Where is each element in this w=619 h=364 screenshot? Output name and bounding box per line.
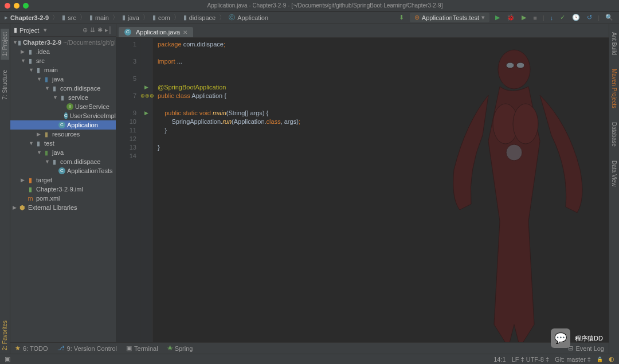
nav-bar: ▸ Chapter3-2-9 〉▮src 〉▮main 〉▮java 〉▮com… — [0, 11, 619, 24]
tree-item[interactable]: CUserServiceImpl — [10, 111, 116, 120]
cursor-pos[interactable]: 14:1 — [493, 356, 506, 363]
left-tool-strip: 1: Project 7: Structure 2: Favorites — [0, 24, 10, 354]
editor-tabs: C Application.java ✕ — [116, 24, 609, 38]
vcs-revert-icon[interactable]: ↺ — [586, 13, 593, 22]
tree-item[interactable]: ▼▮java — [10, 148, 116, 157]
tree-item[interactable]: ▶⬢External Libraries — [10, 203, 116, 212]
window-controls — [5, 3, 29, 9]
lock-icon[interactable]: 🔒 — [597, 357, 603, 362]
status-bar: ▣ 14:1 LF ‡ UTF-8 ‡ Git: master ‡ 🔒 ◐ — [0, 354, 619, 364]
tree-item[interactable]: ▶▮resources — [10, 130, 116, 139]
tool-tab-spring[interactable]: ❀Spring — [167, 345, 193, 352]
crumb-root[interactable]: Chapter3-2-9 — [10, 14, 49, 21]
maximize-icon[interactable] — [23, 3, 29, 9]
minimize-icon[interactable] — [14, 3, 19, 9]
tool-tab-dataview[interactable]: Data View — [610, 157, 618, 190]
code-content[interactable]: package package com.didispace;com.didisp… — [153, 38, 609, 354]
close-icon[interactable] — [5, 3, 10, 9]
tree-item[interactable]: ▼▮java — [10, 75, 116, 84]
run-icon[interactable]: ▶ — [494, 13, 501, 22]
git-branch[interactable]: Git: master ‡ — [555, 356, 591, 363]
right-tool-strip: Ant Build Maven Projects Database Data V… — [609, 24, 619, 354]
tool-tab-database[interactable]: Database — [610, 119, 618, 150]
tree-item[interactable]: mpom.xml — [10, 194, 116, 203]
editor-area: C Application.java ✕ 135791011121314 ▶⊚⊚… — [116, 24, 609, 354]
debug-icon[interactable]: 🐞 — [506, 13, 516, 22]
run-config-select[interactable]: ⊚ ApplicationTests.test ▾ — [410, 13, 489, 22]
vcs-update-icon[interactable]: ↓ — [549, 13, 555, 22]
tree-item-application[interactable]: CApplication — [10, 120, 116, 130]
search-icon[interactable]: 🔍 — [604, 13, 614, 22]
tree-item[interactable]: CApplicationTests — [10, 166, 116, 175]
coverage-icon[interactable]: ▶ — [520, 13, 527, 22]
tree-item[interactable]: ▶▮target — [10, 175, 116, 185]
hide-icon[interactable]: ▸│ — [105, 26, 112, 34]
project-panel: ▮Project▾ ⊕ ⇊ ✱ ▸│ ▼▮Chapter3-2-9 ~/Docu… — [10, 24, 116, 354]
tree-item[interactable]: IUserService — [10, 102, 116, 111]
status-msg: ▣ — [5, 355, 10, 363]
build-icon[interactable]: ⬇ — [398, 13, 405, 22]
tree-item[interactable]: ▼▮test — [10, 139, 116, 148]
window-title: Application.java - Chapter3-2-9 - [~/Doc… — [36, 2, 614, 9]
breadcrumb[interactable]: ▸ Chapter3-2-9 〉▮src 〉▮main 〉▮java 〉▮com… — [5, 13, 268, 22]
tool-tab-project[interactable]: 1: Project — [1, 29, 9, 60]
stop-icon[interactable]: ■ — [532, 13, 538, 22]
vcs-commit-icon[interactable]: ✓ — [559, 13, 566, 22]
close-icon[interactable]: ✕ — [183, 29, 187, 36]
tree-item[interactable]: ▼▮service — [10, 93, 116, 102]
inspector-icon[interactable]: ◐ — [609, 355, 614, 363]
window-titlebar: Application.java - Chapter3-2-9 - [~/Doc… — [0, 0, 619, 11]
code-editor[interactable]: 135791011121314 ▶⊚⊚⊚▶ package package co… — [116, 38, 609, 354]
vcs-history-icon[interactable]: 🕓 — [571, 13, 581, 22]
wechat-icon: 💬 — [551, 328, 570, 348]
tool-tab-maven[interactable]: Maven Projects — [610, 65, 618, 112]
collapse-icon[interactable]: ⇊ — [90, 26, 95, 34]
tool-tab-vcs[interactable]: ⎇9: Version Control — [57, 345, 117, 352]
class-icon: C — [124, 29, 131, 36]
tool-tab-todo[interactable]: ★6: TODO — [15, 345, 48, 352]
line-gutter: 135791011121314 — [116, 38, 140, 354]
encoding[interactable]: LF ‡ UTF-8 ‡ — [512, 356, 549, 363]
tool-tab-terminal[interactable]: ▣Terminal — [126, 345, 158, 352]
tree-item[interactable]: ▼▮src — [10, 56, 116, 65]
tree-root[interactable]: ▼▮Chapter3-2-9 ~/Documents/git/githu — [10, 38, 116, 47]
watermark: 💬 程序猿DD — [551, 328, 603, 348]
tree-item[interactable]: ▮Chapter3-2-9.iml — [10, 185, 116, 194]
project-panel-icon: ▮ — [14, 26, 17, 34]
autoscroll-icon[interactable]: ⊕ — [83, 26, 88, 34]
tree-item[interactable]: ▼▮com.didispace — [10, 157, 116, 166]
tool-tab-ant[interactable]: Ant Build — [610, 29, 618, 58]
project-tree[interactable]: ▼▮Chapter3-2-9 ~/Documents/git/githu ▶▮.… — [10, 37, 116, 354]
tree-item[interactable]: ▶▮.idea — [10, 47, 116, 56]
marker-gutter[interactable]: ▶⊚⊚⊚▶ — [140, 38, 153, 354]
tree-item[interactable]: ▼▮main — [10, 65, 116, 75]
project-panel-title: Project — [19, 27, 39, 34]
folder-icon: ▸ — [5, 14, 8, 21]
tool-tab-structure[interactable]: 7: Structure — [1, 66, 9, 103]
editor-tab[interactable]: C Application.java ✕ — [119, 27, 193, 37]
tree-item[interactable]: ▼▮com.didispace — [10, 84, 116, 93]
gear-icon[interactable]: ✱ — [97, 26, 103, 34]
bottom-tool-tabs: ★6: TODO ⎇9: Version Control ▣Terminal ❀… — [10, 342, 609, 354]
tool-tab-favorites[interactable]: 2: Favorites — [1, 317, 9, 354]
